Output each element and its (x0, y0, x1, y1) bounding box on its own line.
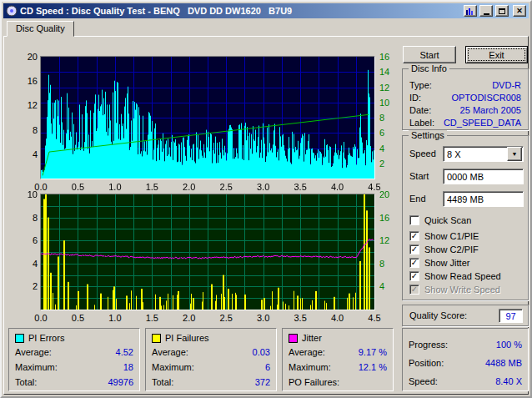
speed-select-value: 8 X (444, 149, 507, 159)
settings-group: Settings Speed 8 X ▼ Start End Quick Sca… (402, 135, 529, 300)
stat-label: Average: (289, 347, 325, 357)
pi-errors-legend: PI Errors Average:4.52 Maximum:18 Total:… (8, 328, 140, 391)
axis-tick-label: 8 (18, 125, 38, 135)
checkbox-quick-scan[interactable]: Quick Scan (409, 214, 471, 226)
disc-info-label: Label: (409, 118, 434, 128)
end-position-field[interactable] (443, 191, 524, 207)
axis-tick-label: 20 (379, 189, 396, 199)
checkbox-label: Show C1/PIE (424, 231, 479, 241)
minimize-button[interactable] (479, 5, 493, 17)
stat-label: PO Failures: (289, 377, 339, 387)
exit-button-label: Exit (489, 50, 504, 60)
axis-tick-label: 4 (379, 144, 396, 154)
checkbox-box[interactable] (409, 215, 419, 225)
legend-title: Jitter (302, 333, 322, 343)
status-label: Speed: (409, 376, 438, 386)
checkbox-box[interactable]: ✓ (409, 258, 419, 268)
axis-tick-label: 2 (18, 281, 38, 291)
checkbox-label: Quick Scan (424, 215, 471, 225)
pi-errors-chart (40, 56, 375, 179)
checkbox-show-c1-pie[interactable]: ✓Show C1/PIE (409, 230, 479, 242)
disc-info-value: DVD-R (492, 80, 521, 90)
axis-tick-label: 12 (379, 83, 396, 93)
maximize-icon (499, 8, 505, 14)
axis-tick-label: 3.0 (253, 182, 274, 192)
quality-score-value: 97 (499, 309, 523, 323)
stat-label: Total: (152, 377, 173, 387)
axis-tick-label: 1.5 (141, 313, 163, 323)
axis-tick-label: 12 (18, 100, 38, 110)
pi-failures-legend: PI Failures Average:0.03 Maximum:6 Total… (145, 328, 277, 391)
disc-info-value: CD_SPEED_DATA (444, 118, 521, 128)
stat-value: 6 (265, 362, 270, 372)
axis-tick-label: 4.5 (364, 313, 385, 323)
checkbox-show-read-speed[interactable]: ✓Show Read Speed (409, 270, 501, 282)
axis-tick-label: 0.5 (67, 182, 88, 192)
axis-tick-label: 16 (379, 52, 396, 62)
close-button[interactable]: ✕ (513, 5, 526, 17)
stat-value: 12.1 % (359, 362, 387, 372)
status-value: 4488 MB (485, 358, 522, 368)
end-label: End (409, 194, 426, 204)
axis-tick-label: 4 (18, 149, 38, 159)
axis-tick-label: 3.0 (253, 313, 274, 323)
stat-value: 49976 (108, 377, 133, 387)
checkbox-box[interactable]: ✓ (409, 271, 419, 281)
axis-tick-label: 6 (18, 235, 38, 245)
stat-value: 0.03 (253, 347, 270, 357)
axis-tick-label: 2.5 (215, 182, 237, 192)
speed-select[interactable]: 8 X ▼ (443, 146, 524, 162)
stat-label: Average: (15, 347, 52, 357)
checkbox-label: Show Read Speed (424, 271, 501, 281)
disc-info-value: 25 March 2005 (460, 105, 521, 115)
app-icon (6, 5, 18, 17)
chart-icon (466, 8, 474, 15)
chevron-down-icon[interactable]: ▼ (507, 147, 522, 161)
checkbox-show-jitter[interactable]: ✓Show Jitter (409, 257, 469, 269)
axis-tick-label: 10 (18, 189, 38, 199)
axis-tick-label: 8 (18, 213, 38, 223)
pi-failures-swatch (152, 334, 161, 343)
disc-info-title: Disc Info (409, 63, 449, 73)
checkbox-label: Show Jitter (424, 258, 469, 268)
axis-tick-label: 4.0 (327, 313, 349, 323)
axis-tick-label: 3.5 (289, 313, 311, 323)
checkbox-box[interactable]: ✓ (409, 231, 419, 241)
axis-tick-label: 8 (379, 113, 396, 123)
axis-tick-label: 0.5 (67, 313, 88, 323)
app-window: CD Speed : Disc Quality Test - BENQ DVD … (0, 0, 532, 398)
stat-label: Total: (15, 377, 37, 387)
axis-tick-label: 4 (379, 281, 396, 291)
checkbox-box[interactable]: ✓ (409, 244, 419, 254)
stat-value: 372 (255, 377, 270, 387)
jitter-legend: Jitter Average:9.17 % Maximum:12.1 % PO … (282, 328, 394, 391)
pi-errors-chart-canvas (41, 57, 374, 179)
titlebar[interactable]: CD Speed : Disc Quality Test - BENQ DVD … (3, 3, 529, 18)
checkbox-box: ✓ (409, 285, 419, 295)
axis-tick-label: 0.0 (30, 313, 52, 323)
stat-label: Maximum: (15, 362, 58, 372)
maximize-button[interactable] (495, 5, 509, 17)
checkbox-show-write-speed: ✓Show Write Speed (409, 284, 500, 295)
checkbox-label: Show Write Speed (424, 285, 500, 295)
checkbox-show-c2-pif[interactable]: ✓Show C2/PIF (409, 244, 479, 255)
axis-tick-label: 1.0 (104, 313, 126, 323)
axis-tick-label: 4.0 (327, 182, 349, 192)
stat-label: Average: (152, 347, 188, 357)
stat-value: 18 (123, 362, 133, 372)
disc-info-label: Type: (409, 80, 432, 90)
axis-tick-label: 1.0 (104, 182, 126, 192)
close-icon: ✕ (516, 8, 523, 15)
status-label: Progress: (409, 340, 448, 350)
pi-failures-chart (40, 194, 375, 310)
axis-tick-label: 16 (18, 76, 38, 86)
axis-tick-label: 2.0 (178, 313, 200, 323)
quality-score-group: Quality Score: 97 (402, 305, 529, 326)
status-value: 8.40 X (495, 376, 522, 386)
titlebar-app-button[interactable] (464, 5, 477, 17)
start-button[interactable]: Start (403, 46, 456, 63)
tab-disc-quality[interactable]: Disc Quality (7, 21, 74, 37)
start-position-field[interactable] (443, 169, 524, 184)
exit-button[interactable]: Exit (465, 46, 528, 63)
disc-info-label: Date: (409, 105, 431, 115)
